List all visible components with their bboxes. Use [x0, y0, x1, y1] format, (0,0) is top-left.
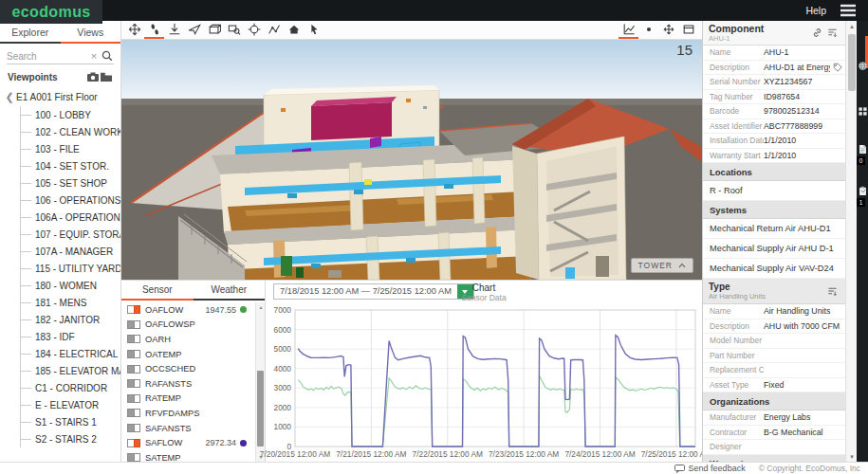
- date-range-dropdown-button[interactable]: [457, 284, 473, 299]
- sidebar-room-item[interactable]: 182 - JANITOR: [21, 311, 120, 328]
- logo[interactable]: ecodomus: [0, 0, 102, 24]
- sensor-row[interactable]: OAFLOWSP: [121, 318, 255, 333]
- copyright-text: © Copyright. EcoDomus, Inc: [759, 464, 860, 473]
- sidebar-room-item[interactable]: 104 - SET STOR.: [21, 157, 120, 174]
- sensor-toggle[interactable]: [127, 424, 140, 432]
- sidebar-room-item[interactable]: 185 - ELEVATOR MACHINE ROOM: [21, 362, 120, 379]
- walk-tool-icon[interactable]: [144, 21, 164, 39]
- sidebar-room-item[interactable]: 107 - EQUIP. STORAGE: [21, 226, 120, 243]
- date-range-picker[interactable]: 7/18/2015 12:00 AM — 7/25/2015 12:00 AM: [273, 283, 474, 300]
- home-tool-icon[interactable]: [284, 21, 304, 39]
- documents-icon[interactable]: [857, 142, 868, 155]
- select-tool-icon[interactable]: [304, 21, 323, 39]
- sensor-row[interactable]: OATEMP: [121, 347, 255, 362]
- type-filter-icon[interactable]: [824, 284, 840, 298]
- sensor-row[interactable]: SAFLOW2972.34: [121, 435, 255, 450]
- zoom-window-tool-icon[interactable]: [224, 21, 244, 39]
- tag-icon[interactable]: [830, 63, 845, 72]
- model-view-icon[interactable]: [857, 59, 868, 72]
- related-item-link[interactable]: R - Roof: [703, 181, 845, 201]
- related-item-link[interactable]: Mechanical Supply Air VAV-D24: [703, 259, 845, 279]
- property-label: Installation Date: [703, 136, 764, 145]
- sensor-row[interactable]: OCCSCHED: [121, 361, 255, 376]
- sensor-row[interactable]: OARH: [121, 332, 255, 347]
- sensor-toggle[interactable]: [127, 394, 140, 403]
- gravity-tool-icon[interactable]: [164, 21, 184, 39]
- sidebar-room-item[interactable]: 184 - ELECTRICAL: [21, 345, 120, 362]
- tab-views[interactable]: Views: [61, 24, 121, 44]
- sensor-toggle[interactable]: [127, 335, 140, 343]
- property-row: Description AHU with 7000 CFM: [703, 319, 845, 335]
- sidebar-room-item[interactable]: 115 - UTILITY YARD: [21, 260, 120, 277]
- search-input[interactable]: [7, 51, 87, 62]
- scroll-thumb[interactable]: [257, 371, 264, 447]
- path-tool-icon[interactable]: [264, 21, 284, 39]
- sidebar-room-item[interactable]: 103 - FILE: [21, 140, 120, 157]
- sidebar-room-item[interactable]: 106 - OPERATIONS: [21, 191, 120, 209]
- tab-explorer[interactable]: Explorer: [0, 24, 61, 44]
- camera-icon[interactable]: [86, 70, 100, 83]
- focus-tool-icon[interactable]: [638, 21, 658, 39]
- apps-grid-icon[interactable]: [857, 104, 868, 118]
- panel-scroll-thumb[interactable]: [848, 34, 856, 91]
- sidebar-room-item[interactable]: 181 - MENS: [21, 294, 120, 311]
- sidebar-room-item[interactable]: 106A - OPERATIONS MANAGER: [21, 209, 120, 226]
- sidebar-room-item[interactable]: S2 - STAIRS 2: [21, 430, 120, 447]
- section-box-tool-icon[interactable]: [204, 21, 224, 39]
- orbit-tool-icon[interactable]: [244, 21, 264, 39]
- add-folder-icon[interactable]: [100, 70, 113, 83]
- tab-weather[interactable]: Weather: [194, 283, 266, 301]
- sensor-toggle[interactable]: [127, 365, 140, 374]
- component-filter-icon[interactable]: [824, 27, 840, 40]
- sensor-toggle[interactable]: [127, 305, 140, 314]
- fly-tool-icon[interactable]: [184, 21, 204, 39]
- sidebar-room-item[interactable]: 183 - IDF: [21, 328, 120, 345]
- sensor-row[interactable]: SATEMP: [121, 450, 255, 462]
- sensor-toggle[interactable]: [127, 320, 140, 329]
- tower-selector-button[interactable]: TOWER: [631, 258, 693, 273]
- sensor-toggle[interactable]: [127, 350, 140, 358]
- sidebar-item-floor[interactable]: ❮ E1 A001 First Floor: [0, 87, 120, 106]
- sensor-toggle[interactable]: [127, 379, 140, 388]
- sidebar-room-item[interactable]: E - ELEVATOR: [21, 396, 120, 413]
- sensor-row[interactable]: SAFANSTS: [121, 421, 255, 436]
- sensor-row[interactable]: RAFANSTS: [121, 376, 255, 392]
- clear-search-icon[interactable]: ×: [87, 49, 101, 63]
- sensor-toggle[interactable]: [127, 439, 140, 447]
- viewer-toolbar-left: [124, 21, 323, 39]
- sensor-row[interactable]: OAFLOW1947.55: [121, 302, 255, 318]
- hamburger-menu-icon[interactable]: [840, 4, 857, 17]
- property-value: ID987654: [764, 92, 845, 101]
- sidebar-room-item[interactable]: S1 - STAIRS 1: [21, 413, 120, 430]
- tasks-icon[interactable]: [857, 184, 868, 197]
- sidebar-room-item[interactable]: 180 - WOMEN: [21, 277, 120, 294]
- property-label: Asset Identifier: [703, 121, 764, 131]
- sidebar-room-item[interactable]: C1 - CORRIDOR: [21, 379, 120, 396]
- back-chevron-icon[interactable]: ❮: [3, 91, 16, 103]
- help-button[interactable]: Help: [805, 0, 826, 21]
- sidebar-room-item[interactable]: 105 - SET SHOP: [21, 174, 120, 191]
- sidebar-room-item[interactable]: 107A - MANAGER: [21, 243, 120, 260]
- scroll-up-icon[interactable]: ▴: [256, 302, 266, 312]
- tab-sensor[interactable]: Sensor: [121, 283, 194, 301]
- fit-view-tool-icon[interactable]: [658, 21, 678, 39]
- sidebar-room-item[interactable]: 102 - CLEAN WORKSHOP: [21, 123, 120, 140]
- link-icon[interactable]: [809, 27, 824, 40]
- related-item-link[interactable]: Mechanical Return Air AHU-D1: [703, 219, 845, 239]
- sensor-row[interactable]: RATEMP: [121, 392, 255, 407]
- related-item-link[interactable]: Mechanical Supply Air AHU D-1: [703, 239, 845, 259]
- sidebar-room-item[interactable]: 100 - LOBBY: [21, 106, 120, 123]
- property-label: Description: [703, 63, 764, 72]
- sensor-scrollbar[interactable]: ▴ ▾: [255, 302, 265, 462]
- property-row: Name Air Handling Units: [703, 304, 845, 319]
- pan-tool-icon[interactable]: [124, 21, 144, 39]
- viewport-3d[interactable]: 15 TOWER: [121, 40, 702, 280]
- sensor-toggle[interactable]: [127, 409, 140, 417]
- sensor-toggle[interactable]: [127, 453, 140, 462]
- chart-tool-icon[interactable]: [619, 21, 638, 39]
- panel-tool-icon[interactable]: [678, 21, 698, 39]
- sensor-row[interactable]: RFVFDAMPS: [121, 406, 255, 421]
- search-icon[interactable]: [101, 49, 114, 63]
- send-feedback-button[interactable]: Send feedback: [674, 464, 746, 473]
- panel-scrollbar[interactable]: ▴ ▾: [845, 21, 857, 462]
